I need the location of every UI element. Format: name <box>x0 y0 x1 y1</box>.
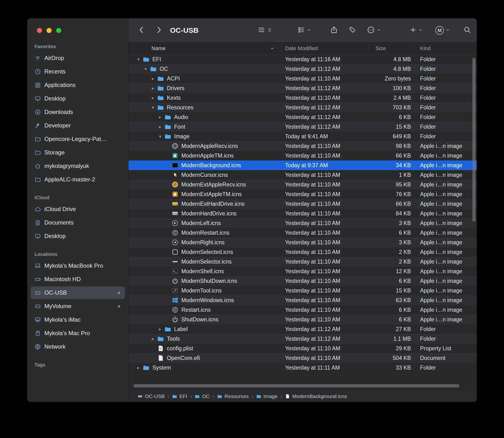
disclosure-triangle[interactable]: ▸ <box>135 365 142 370</box>
group-button[interactable] <box>297 26 311 35</box>
file-row-shutdown-icns[interactable]: ShutDown.icnsYesterday at 11:10 AM6 KBAp… <box>128 315 477 324</box>
file-row-modernshutdown-icns[interactable]: ModernShutDown.icnsYesterday at 11:10 AM… <box>128 276 477 286</box>
file-row-modernselector-icns[interactable]: ModernSelector.icnsYesterday at 11:10 AM… <box>128 257 477 266</box>
file-row-label[interactable]: ▸LabelYesterday at 11:12 AM27 KBFolder <box>128 324 477 334</box>
column-header-kind[interactable]: Kind <box>415 45 477 52</box>
sidebar-item-storage[interactable]: Storage <box>31 146 125 159</box>
file-kind: Apple i…n image <box>415 201 477 207</box>
file-row-tools[interactable]: ▸ToolsYesterday at 11:12 AM1.1 MBFolder <box>128 334 477 344</box>
disclosure-triangle[interactable]: ▸ <box>157 327 164 332</box>
column-header-name[interactable]: Name <box>128 45 281 52</box>
new-item-button[interactable] <box>410 26 423 34</box>
disclosure-triangle[interactable]: ▸ <box>149 86 157 91</box>
forward-button[interactable] <box>155 25 163 35</box>
disclosure-triangle[interactable]: ▸ <box>149 95 157 100</box>
path-item-oc[interactable]: OC <box>195 394 210 399</box>
share-button[interactable] <box>330 26 338 35</box>
sidebar-item-airdrop[interactable]: AirDrop <box>31 52 125 64</box>
file-row-modernharddrive-icns[interactable]: ModernHardDrive.icnsYesterday at 11:10 A… <box>128 209 477 218</box>
file-row-modernextapplerecv-icns[interactable]: ModernExtAppleRecv.icnsYesterday at 11:1… <box>128 180 477 189</box>
file-row-config-plist[interactable]: config.plistYesterday at 11:10 AM29 KBPr… <box>128 344 477 353</box>
sidebar-item-desktop[interactable]: Desktop <box>31 92 125 105</box>
vertical-scrollbar[interactable] <box>472 58 476 222</box>
account-menu-button[interactable]: M <box>435 26 450 35</box>
file-row-system[interactable]: ▸SystemYesterday at 11:11 AM33 KBFolder <box>128 363 477 372</box>
path-item-efi[interactable]: EFI <box>172 394 187 399</box>
path-item-resources[interactable]: Resources <box>217 394 249 399</box>
file-row-opencore-efi[interactable]: OpenCore.efiYesterday at 11:10 AM504 KBD… <box>128 353 477 363</box>
file-row-modernextharddrive-icns[interactable]: ModernExtHardDrive.icnsYesterday at 11:1… <box>128 199 477 209</box>
sidebar-item-macintosh-hd[interactable]: Macintosh HD <box>31 273 125 285</box>
column-divider[interactable] <box>415 45 415 52</box>
sidebar-item-mykolagrymalyuk[interactable]: mykolagrymalyuk <box>31 160 125 172</box>
back-button[interactable] <box>137 25 146 35</box>
disclosure-triangle[interactable]: ▾ <box>135 57 142 62</box>
disclosure-triangle[interactable]: ▸ <box>149 76 157 81</box>
column-divider[interactable] <box>281 45 281 52</box>
file-row-audio[interactable]: ▸AudioYesterday at 11:12 AM6 KBFolder <box>128 112 477 122</box>
file-row-drivers[interactable]: ▸DriversYesterday at 11:12 AM100 KBFolde… <box>128 83 477 93</box>
eject-icon[interactable] <box>116 304 122 309</box>
horizontal-scrollbar[interactable] <box>133 384 459 387</box>
file-row-modernbackground-icns[interactable]: ModernBackground.icnsToday at 9:37 AM34 … <box>128 160 477 170</box>
sidebar-item-network[interactable]: Network <box>31 340 125 353</box>
close-button[interactable] <box>37 28 42 33</box>
file-row-efi[interactable]: ▾EFIYesterday at 11:16 AM4.8 MBFolder <box>128 55 477 64</box>
file-row-modernextappletm-icns[interactable]: ModernExtAppleTM.icnsYesterday at 11:10 … <box>128 189 477 199</box>
sidebar-item-developer[interactable]: Developer <box>31 119 125 132</box>
sidebar-item-myvolume[interactable]: MyVolume <box>31 300 125 312</box>
search-button[interactable] <box>463 26 471 35</box>
file-row-modernrestart-icns[interactable]: ModernRestart.icnsYesterday at 11:10 AM6… <box>128 228 477 238</box>
file-row-resources[interactable]: ▾ResourcesYesterday at 11:12 AM703 KBFol… <box>128 103 477 112</box>
column-header-size[interactable]: Size <box>369 45 415 52</box>
minimize-button[interactable] <box>46 28 52 33</box>
file-row-font[interactable]: ▸FontYesterday at 11:12 AM15 KBFolder <box>128 122 477 131</box>
file-row-acpi[interactable]: ▸ACPIYesterday at 11:10 AMZero bytesFold… <box>128 74 477 83</box>
file-row-modernappletm-icns[interactable]: ModernAppleTM.icnsYesterday at 11:10 AM6… <box>128 151 477 160</box>
column-divider[interactable] <box>369 45 369 52</box>
tag-button[interactable] <box>348 26 356 35</box>
sidebar-item-mykola-s-mac-pro[interactable]: Mykola’s Mac Pro <box>31 327 125 339</box>
eject-icon[interactable] <box>116 290 122 295</box>
sidebar-item-recents[interactable]: Recents <box>31 65 125 78</box>
path-item-oc-usb[interactable]: OC-USB <box>137 394 165 399</box>
path-item-modernbackground-icns[interactable]: ModernBackground.icns <box>285 394 347 399</box>
disclosure-triangle[interactable]: ▾ <box>149 105 157 110</box>
file-row-restart-icns[interactable]: Restart.icnsYesterday at 11:10 AM6 KBApp… <box>128 305 477 315</box>
disclosure-triangle[interactable]: ▸ <box>149 336 157 341</box>
sidebar-item-downloads[interactable]: Downloads <box>31 106 125 118</box>
file-row-modernright-icns[interactable]: ModernRight.icnsYesterday at 11:10 AM3 K… <box>128 238 477 247</box>
sidebar-item-documents[interactable]: Documents <box>31 216 125 229</box>
file-row-moderntool-icns[interactable]: ModernTool.icnsYesterday at 11:10 AM15 K… <box>128 286 477 295</box>
zoom-button[interactable] <box>56 28 61 33</box>
file-row-kexts[interactable]: ▸KextsYesterday at 11:10 AM2.4 MBFolder <box>128 93 477 103</box>
sidebar-item-applications[interactable]: Applications <box>31 79 125 91</box>
disclosure-triangle[interactable]: ▸ <box>157 115 164 120</box>
sidebar-item-applealc-master-2[interactable]: AppleALC-master-2 <box>31 173 125 186</box>
file-row-image[interactable]: ▾ImageToday at 9:41 AM649 KBFolder <box>128 131 477 141</box>
file-row-oc[interactable]: ▾OCYesterday at 11:12 AM4.8 MBFolder <box>128 64 477 74</box>
file-date-modified: Yesterday at 11:12 AM <box>281 336 369 342</box>
chevron-down-icon <box>446 28 450 33</box>
account-avatar: M <box>435 26 444 35</box>
sidebar-item-desktop[interactable]: Desktop <box>31 230 125 242</box>
disclosure-triangle[interactable]: ▾ <box>157 134 164 139</box>
column-header-date-modified[interactable]: Date Modified <box>281 45 369 52</box>
file-row-moderncursor-icns[interactable]: ModernCursor.icnsYesterday at 11:10 AM1 … <box>128 170 477 180</box>
file-row-modernleft-icns[interactable]: ModernLeft.icnsYesterday at 11:10 AM3 KB… <box>128 218 477 228</box>
sidebar-item-oc-usb[interactable]: OC-USB <box>31 286 125 299</box>
power-icon <box>171 277 179 285</box>
sidebar-item-opencore-legacy-pat[interactable]: Opencore-Legacy-Pat… <box>31 133 125 145</box>
disclosure-triangle[interactable]: ▾ <box>142 66 149 72</box>
file-row-modernshell-icns[interactable]: ModernShell.icnsYesterday at 11:10 AM12 … <box>128 266 477 276</box>
more-actions-button[interactable] <box>367 26 381 35</box>
file-row-modernselected-icns[interactable]: ModernSelected.icnsYesterday at 11:10 AM… <box>128 247 477 257</box>
view-picker-button[interactable] <box>258 26 272 35</box>
sidebar-item-icloud-drive[interactable]: iCloud Drive <box>31 203 125 215</box>
disclosure-triangle[interactable]: ▸ <box>157 124 164 129</box>
file-row-modernapplerecv-icns[interactable]: ModernAppleRecv.icnsYesterday at 11:10 A… <box>128 141 477 151</box>
path-item-image[interactable]: Image <box>256 394 277 399</box>
sidebar-item-mykola-s-macbook-pro[interactable]: Mykola’s MacBook Pro <box>31 260 125 272</box>
file-row-modernwindows-icns[interactable]: ModernWindows.icnsYesterday at 11:10 AM6… <box>128 295 477 305</box>
sidebar-item-mykola-s-imac[interactable]: Mykola’s iMac <box>31 313 125 326</box>
